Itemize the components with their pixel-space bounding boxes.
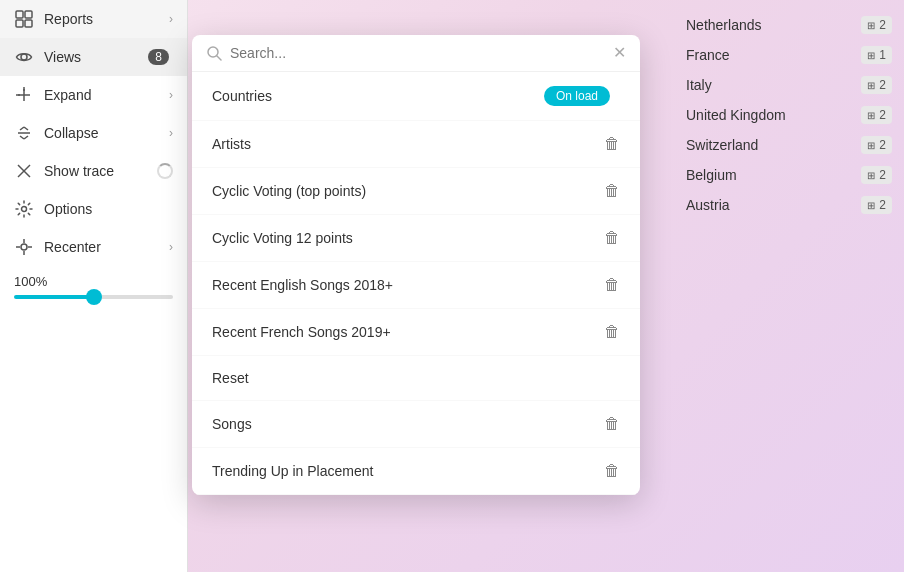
badge-icon: ⊞ <box>867 20 875 31</box>
sidebar-item-recenter[interactable]: Recenter › <box>0 228 187 266</box>
right-panel: Netherlands ⊞ 2 France ⊞ 1 Italy ⊞ 2 Uni… <box>674 0 904 572</box>
clear-search-button[interactable]: ✕ <box>613 45 626 61</box>
sidebar-options-label: Options <box>44 201 173 217</box>
dropdown-item[interactable]: Countries On load <box>192 72 640 121</box>
country-name: Belgium <box>686 167 861 183</box>
views-dropdown: ✕ Countries On load Artists 🗑 Cyclic Vot… <box>192 35 640 495</box>
chevron-right-recenter-icon: › <box>169 240 173 254</box>
views-badge: 8 <box>148 49 169 65</box>
sidebar-views-label: Views <box>44 49 148 65</box>
country-name: Austria <box>686 197 861 213</box>
zoom-slider[interactable] <box>14 295 173 299</box>
collapse-icon <box>14 123 34 143</box>
dropdown-item[interactable]: Cyclic Voting (top points) 🗑 <box>192 168 640 215</box>
svg-rect-0 <box>16 11 23 18</box>
dropdown-item-label: Countries <box>212 88 544 104</box>
delete-item-button[interactable]: 🗑 <box>604 135 620 153</box>
country-badge: ⊞ 2 <box>861 196 892 214</box>
badge-icon: ⊞ <box>867 140 875 151</box>
dropdown-list: Countries On load Artists 🗑 Cyclic Votin… <box>192 72 640 495</box>
sidebar-reports-label: Reports <box>44 11 169 27</box>
dropdown-item-label: Cyclic Voting 12 points <box>212 230 604 246</box>
sidebar-item-reports[interactable]: Reports › <box>0 0 187 38</box>
gear-icon <box>14 199 34 219</box>
svg-line-12 <box>20 136 24 139</box>
sidebar-item-views[interactable]: Views 8 <box>0 38 187 76</box>
svg-point-16 <box>22 207 27 212</box>
svg-line-11 <box>24 127 28 130</box>
x-icon <box>14 161 34 181</box>
country-item[interactable]: Switzerland ⊞ 2 <box>674 130 904 160</box>
sidebar-expand-label: Expand <box>44 87 169 103</box>
svg-point-4 <box>21 54 27 60</box>
delete-item-button[interactable]: 🗑 <box>604 462 620 480</box>
search-icon <box>206 45 222 61</box>
dropdown-item-label: Recent French Songs 2019+ <box>212 324 604 340</box>
country-badge: ⊞ 2 <box>861 136 892 154</box>
svg-rect-1 <box>25 11 32 18</box>
sidebar-item-show-trace[interactable]: Show trace <box>0 152 187 190</box>
country-badge: ⊞ 2 <box>861 106 892 124</box>
dropdown-item-label: Songs <box>212 416 604 432</box>
svg-rect-3 <box>25 20 32 27</box>
sidebar-item-options[interactable]: Options <box>0 190 187 228</box>
search-input[interactable] <box>230 45 605 61</box>
dropdown-item[interactable]: Recent French Songs 2019+ 🗑 <box>192 309 640 356</box>
dropdown-item-label: Recent English Songs 2018+ <box>212 277 604 293</box>
eye-icon <box>14 47 34 67</box>
sidebar: Reports › Views 8 Expand › <box>0 0 188 572</box>
country-item[interactable]: France ⊞ 1 <box>674 40 904 70</box>
delete-item-button[interactable]: 🗑 <box>604 182 620 200</box>
country-name: United Kingdom <box>686 107 861 123</box>
on-load-badge: On load <box>544 86 610 106</box>
sidebar-item-collapse[interactable]: Collapse › <box>0 114 187 152</box>
badge-icon: ⊞ <box>867 170 875 181</box>
delete-item-button[interactable]: 🗑 <box>604 229 620 247</box>
spinner-icon <box>157 163 173 179</box>
dropdown-item[interactable]: Reset <box>192 356 640 401</box>
badge-icon: ⊞ <box>867 50 875 61</box>
crosshair-icon <box>14 237 34 257</box>
svg-line-23 <box>217 56 221 60</box>
chevron-right-icon: › <box>169 12 173 26</box>
country-name: Switzerland <box>686 137 861 153</box>
chevron-right-collapse-icon: › <box>169 126 173 140</box>
delete-item-button[interactable]: 🗑 <box>604 323 620 341</box>
country-item[interactable]: Austria ⊞ 2 <box>674 190 904 220</box>
country-badge: ⊞ 1 <box>861 46 892 64</box>
sidebar-item-expand[interactable]: Expand › <box>0 76 187 114</box>
badge-icon: ⊞ <box>867 110 875 121</box>
dropdown-item[interactable]: Cyclic Voting 12 points 🗑 <box>192 215 640 262</box>
country-item[interactable]: Netherlands ⊞ 2 <box>674 10 904 40</box>
expand-icon <box>14 85 34 105</box>
delete-item-button[interactable]: 🗑 <box>604 415 620 433</box>
sidebar-recenter-label: Recenter <box>44 239 169 255</box>
country-name: Italy <box>686 77 861 93</box>
dropdown-item-label: Trending Up in Placement <box>212 463 604 479</box>
dropdown-item[interactable]: Recent English Songs 2018+ 🗑 <box>192 262 640 309</box>
country-item[interactable]: United Kingdom ⊞ 2 <box>674 100 904 130</box>
dropdown-item-label: Reset <box>212 370 620 386</box>
chevron-right-expand-icon: › <box>169 88 173 102</box>
dropdown-item-label: Cyclic Voting (top points) <box>212 183 604 199</box>
zoom-section: 100% <box>0 266 187 307</box>
dropdown-item[interactable]: Artists 🗑 <box>192 121 640 168</box>
search-bar: ✕ <box>192 35 640 72</box>
sidebar-collapse-label: Collapse <box>44 125 169 141</box>
country-item[interactable]: Italy ⊞ 2 <box>674 70 904 100</box>
delete-item-button[interactable]: 🗑 <box>604 276 620 294</box>
svg-rect-2 <box>16 20 23 27</box>
country-name: France <box>686 47 861 63</box>
sidebar-show-trace-label: Show trace <box>44 163 157 179</box>
badge-icon: ⊞ <box>867 80 875 91</box>
zoom-label: 100% <box>14 274 173 289</box>
badge-icon: ⊞ <box>867 200 875 211</box>
grid-icon <box>14 9 34 29</box>
dropdown-item[interactable]: Trending Up in Placement 🗑 <box>192 448 640 495</box>
dropdown-item-label: Artists <box>212 136 604 152</box>
country-badge: ⊞ 2 <box>861 16 892 34</box>
dropdown-item[interactable]: Songs 🗑 <box>192 401 640 448</box>
svg-line-10 <box>20 127 24 130</box>
country-item[interactable]: Belgium ⊞ 2 <box>674 160 904 190</box>
svg-line-13 <box>24 136 28 139</box>
